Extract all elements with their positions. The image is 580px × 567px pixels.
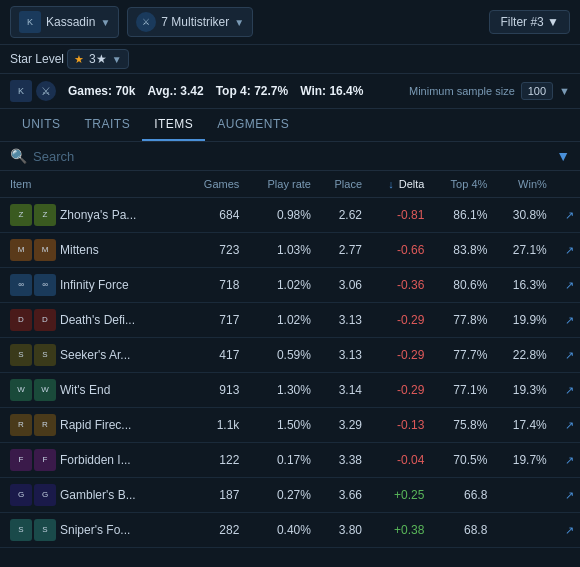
trait-dropdown[interactable]: ⚔ 7 Multistriker ▼	[127, 7, 253, 37]
item-icon-2: S	[34, 344, 56, 366]
expand-icon[interactable]: ↗	[565, 244, 574, 256]
expand-icon[interactable]: ↗	[565, 419, 574, 431]
item-cell-10: SSSniper's Fo...	[0, 513, 184, 548]
win-cell: 19.7%	[493, 443, 552, 478]
stats-bar: K ⚔ Games: 70k Avg.: 3.42 Top 4: 72.7% W…	[0, 74, 580, 109]
expand-cell[interactable]: ↗	[553, 233, 580, 268]
item-name: Rapid Firec...	[60, 418, 131, 432]
games-cell: 684	[184, 198, 245, 233]
th-games[interactable]: Games	[184, 171, 245, 198]
win-cell: 22.8%	[493, 338, 552, 373]
stats-icons: K ⚔	[10, 80, 56, 102]
play-rate-cell: 1.02%	[245, 268, 317, 303]
champion-dropdown[interactable]: K Kassadin ▼	[10, 6, 119, 38]
win-cell: 17.4%	[493, 408, 552, 443]
item-icon-2: W	[34, 379, 56, 401]
trait-name: 7 Multistriker	[161, 15, 229, 29]
th-delta[interactable]: ↓ Delta	[368, 171, 430, 198]
min-sample-chevron-icon[interactable]: ▼	[559, 85, 570, 97]
min-sample-control: Minimum sample size 100 ▼	[409, 82, 570, 100]
win-cell: 27.1%	[493, 233, 552, 268]
top4-cell: 80.6%	[430, 268, 493, 303]
table-row: WWWit's End9131.30%3.14-0.2977.1%19.3%↗	[0, 373, 580, 408]
star-level-selector: Star Level ★ 3★ ▼	[10, 49, 129, 69]
item-cell-3: ∞∞Infinity Force	[0, 268, 184, 303]
trait-icon: ⚔	[136, 12, 156, 32]
th-win[interactable]: Win%	[493, 171, 552, 198]
place-cell: 2.62	[317, 198, 368, 233]
win-cell	[493, 513, 552, 548]
th-label: Top 4%	[451, 178, 488, 190]
tab-items[interactable]: ITEMS	[142, 109, 205, 141]
expand-icon[interactable]: ↗	[565, 489, 574, 501]
top4-cell: 77.1%	[430, 373, 493, 408]
th-top4[interactable]: Top 4%	[430, 171, 493, 198]
tab-augments[interactable]: AUGMENTS	[205, 109, 301, 141]
delta-cell: -0.29	[368, 303, 430, 338]
play-rate-cell: 0.17%	[245, 443, 317, 478]
expand-cell[interactable]: ↗	[553, 443, 580, 478]
expand-cell[interactable]: ↗	[553, 198, 580, 233]
table-row: ∞∞Infinity Force7181.02%3.06-0.3680.6%16…	[0, 268, 580, 303]
th-play_rate[interactable]: Play rate	[245, 171, 317, 198]
item-cell-6: WWWit's End	[0, 373, 184, 408]
expand-cell[interactable]: ↗	[553, 513, 580, 548]
th-label: Delta	[399, 178, 425, 190]
expand-cell[interactable]: ↗	[553, 478, 580, 513]
top4-value: 72.7%	[254, 84, 288, 98]
tab-traits[interactable]: TRAITS	[73, 109, 143, 141]
expand-icon[interactable]: ↗	[565, 349, 574, 361]
expand-icon[interactable]: ↗	[565, 279, 574, 291]
delta-cell: -0.36	[368, 268, 430, 303]
win-cell: 19.9%	[493, 303, 552, 338]
play-rate-cell: 1.03%	[245, 233, 317, 268]
expand-cell[interactable]: ↗	[553, 268, 580, 303]
top4-cell: 77.8%	[430, 303, 493, 338]
top4-cell: 83.8%	[430, 233, 493, 268]
stats-champ-icon: K	[10, 80, 32, 102]
avg-stat: Avg.: 3.42	[147, 84, 203, 98]
item-name: Death's Defi...	[60, 313, 135, 327]
delta-cell: -0.81	[368, 198, 430, 233]
games-cell: 718	[184, 268, 245, 303]
expand-cell[interactable]: ↗	[553, 408, 580, 443]
expand-icon[interactable]: ↗	[565, 384, 574, 396]
item-cell-7: RRRapid Firec...	[0, 408, 184, 443]
top4-cell: 66.8	[430, 478, 493, 513]
th-item[interactable]: Item	[0, 171, 184, 198]
win-cell: 16.3%	[493, 268, 552, 303]
star-level-bar: Star Level ★ 3★ ▼	[0, 45, 580, 74]
place-cell: 3.06	[317, 268, 368, 303]
trait-chevron-icon: ▼	[234, 17, 244, 28]
item-name: Seeker's Ar...	[60, 348, 130, 362]
filter-button[interactable]: Filter #3 ▼	[489, 10, 570, 34]
sort-arrow-icon: ↓	[388, 178, 397, 190]
item-icon-2: F	[34, 449, 56, 471]
delta-cell: +0.38	[368, 513, 430, 548]
expand-icon[interactable]: ↗	[565, 524, 574, 536]
top4-cell: 68.8	[430, 513, 493, 548]
games-cell: 282	[184, 513, 245, 548]
games-label: Games:	[68, 84, 112, 98]
expand-cell[interactable]: ↗	[553, 303, 580, 338]
avg-value: 3.42	[180, 84, 203, 98]
item-icon-1: Z	[10, 204, 32, 226]
tab-units[interactable]: UNITS	[10, 109, 73, 141]
th-label: Win%	[518, 178, 547, 190]
search-input[interactable]	[33, 149, 550, 164]
games-cell: 187	[184, 478, 245, 513]
item-icon-2: S	[34, 519, 56, 541]
place-cell: 3.14	[317, 373, 368, 408]
star-level-dropdown[interactable]: ★ 3★ ▼	[67, 49, 129, 69]
place-cell: 3.38	[317, 443, 368, 478]
expand-icon[interactable]: ↗	[565, 209, 574, 221]
expand-cell[interactable]: ↗	[553, 338, 580, 373]
place-cell: 3.29	[317, 408, 368, 443]
expand-icon[interactable]: ↗	[565, 314, 574, 326]
th-place[interactable]: Place	[317, 171, 368, 198]
win-label: Win:	[300, 84, 326, 98]
expand-icon[interactable]: ↗	[565, 454, 574, 466]
expand-cell[interactable]: ↗	[553, 373, 580, 408]
filter-funnel-icon[interactable]: ▼	[556, 148, 570, 164]
win-cell: 30.8%	[493, 198, 552, 233]
